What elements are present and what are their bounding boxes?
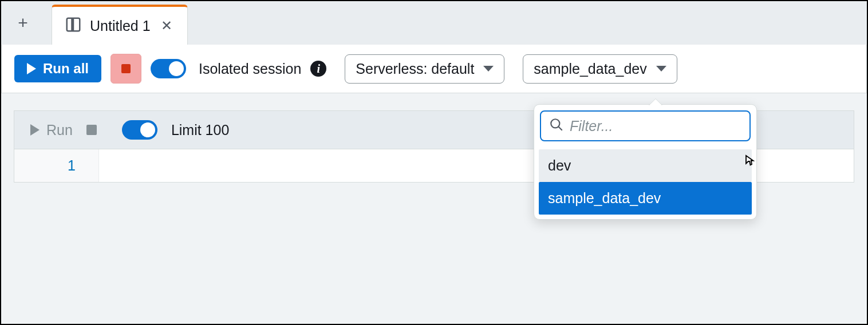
isolated-session-toggle[interactable] xyxy=(151,59,186,78)
run-all-label: Run all xyxy=(43,61,89,77)
dropdown-item-label: sample_data_dev xyxy=(548,190,661,206)
chevron-down-icon xyxy=(483,66,494,72)
dropdown-item-dev[interactable]: dev xyxy=(539,149,752,182)
chevron-down-icon xyxy=(656,66,666,72)
new-tab-button[interactable]: + xyxy=(10,10,35,35)
database-select[interactable]: sample_data_dev xyxy=(523,54,677,84)
line-number-gutter: 1 xyxy=(14,149,99,182)
toggle-knob xyxy=(169,61,184,76)
warehouse-select[interactable]: Serverless: default xyxy=(345,54,504,84)
database-dropdown: dev sample_data_dev xyxy=(534,104,757,220)
dropdown-item-label: dev xyxy=(548,157,571,173)
cell-stop-button[interactable] xyxy=(86,125,97,135)
notebook-icon xyxy=(65,16,82,35)
tab-title: Untitled 1 xyxy=(90,18,151,34)
cell-run-button[interactable]: Run xyxy=(30,122,73,138)
toggle-knob xyxy=(140,122,155,137)
filter-input[interactable] xyxy=(570,118,741,134)
search-icon xyxy=(549,117,564,134)
toolbar: Run all Isolated session i Serverless: d… xyxy=(1,45,867,93)
run-all-button[interactable]: Run all xyxy=(14,55,101,82)
info-icon[interactable]: i xyxy=(310,61,326,77)
cell-run-label: Run xyxy=(46,122,73,138)
dropdown-item-sample-data-dev[interactable]: sample_data_dev xyxy=(539,182,752,215)
stop-icon xyxy=(121,64,131,73)
tab-active[interactable]: Untitled 1 ✕ xyxy=(52,5,188,45)
svg-point-0 xyxy=(551,119,559,128)
isolated-session-label: Isolated session xyxy=(199,61,301,77)
play-icon xyxy=(27,63,36,74)
limit-toggle[interactable] xyxy=(122,120,157,140)
cursor-pointer-icon xyxy=(740,153,757,170)
filter-box[interactable] xyxy=(540,110,751,141)
play-icon xyxy=(30,124,40,136)
database-select-label: sample_data_dev xyxy=(534,61,646,77)
warehouse-select-label: Serverless: default xyxy=(356,61,474,77)
tab-bar: + Untitled 1 ✕ xyxy=(1,1,867,45)
line-number: 1 xyxy=(68,157,76,173)
close-icon[interactable]: ✕ xyxy=(159,18,175,34)
popover-arrow xyxy=(649,99,662,106)
limit-label: Limit 100 xyxy=(171,122,229,138)
dropdown-items: dev sample_data_dev xyxy=(534,147,756,219)
stop-all-button[interactable] xyxy=(111,54,141,84)
svg-line-1 xyxy=(558,126,562,130)
